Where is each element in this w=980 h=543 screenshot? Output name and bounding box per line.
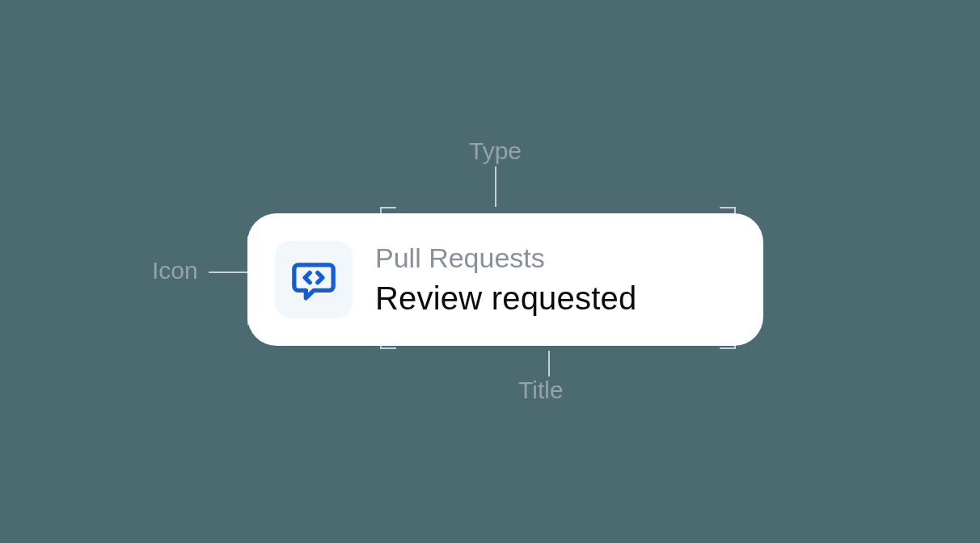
annotation-connector	[495, 166, 496, 207]
annotation-connector	[548, 351, 550, 377]
notification-icon-wrap	[275, 241, 353, 318]
annotation-label-icon: Icon	[152, 257, 198, 284]
annotation-label-type: Type	[469, 137, 522, 165]
notification-title: Review requested	[375, 279, 636, 318]
code-review-icon	[290, 256, 337, 303]
notification-type: Pull Requests	[375, 242, 636, 274]
annotation-label-title: Title	[518, 377, 564, 404]
notification-text: Pull Requests Review requested	[375, 242, 636, 318]
notification-card: Pull Requests Review requested	[247, 213, 763, 346]
annotation-connector	[209, 272, 247, 273]
diagram-stage: Type Icon Title Pull Requests Revie	[0, 0, 980, 543]
